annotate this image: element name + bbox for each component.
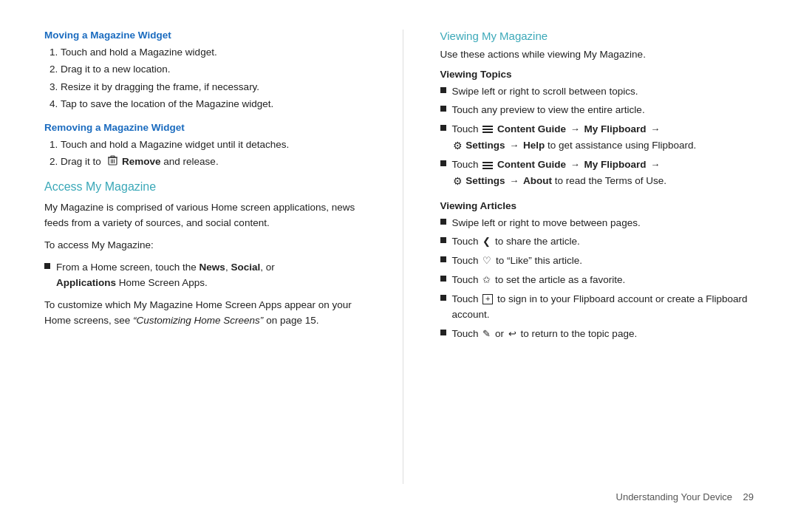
topic-bullet-3-text: Touch Content Guide → My Flipboard → ⚙ S…	[452, 121, 697, 154]
bullet-sq-2	[440, 106, 446, 112]
my-flipboard-2: My Flipboard	[584, 159, 647, 170]
heading-viewing-articles: Viewing Articles	[440, 200, 754, 211]
remove-label: Remove	[122, 156, 161, 167]
article-bullet-4-text: Touch ✩ to set the article as a favorite…	[452, 272, 626, 288]
topic-bullet-2: Touch any preview to view the entire art…	[440, 102, 754, 118]
col-right: Viewing My Magazine Use these actions wh…	[433, 30, 754, 484]
applications-label: Applications	[56, 277, 116, 288]
bullet-sq-4	[440, 160, 446, 166]
section-viewing-articles: Viewing Articles Swipe left or right to …	[440, 200, 754, 342]
heading-access-magazine: Access My Magazine	[44, 180, 358, 194]
topic-bullet-4-text: Touch Content Guide → My Flipboard → ⚙ S…	[452, 157, 667, 189]
para-customize: To customize which My Magazine Home Scre…	[44, 297, 358, 329]
arrow-1: →	[570, 123, 580, 134]
pencil-icon: ✎	[482, 327, 491, 342]
page: Moving a Magazine Widget Touch and hold …	[0, 0, 798, 532]
article-bullet-1-text: Swipe left or right to move between page…	[452, 215, 641, 231]
bullet-square-icon	[44, 263, 50, 269]
col-left: Moving a Magazine Widget Touch and hold …	[44, 30, 373, 484]
bullet-sq-a2	[440, 237, 446, 243]
article-bullet-1: Swipe left or right to move between page…	[440, 215, 754, 231]
arrow-5: →	[650, 159, 660, 170]
section-moving-widget: Moving a Magazine Widget Touch and hold …	[44, 30, 358, 112]
section-removing-widget: Removing a Magazine Widget Touch and hol…	[44, 122, 358, 170]
content-guide-2: Content Guide	[497, 159, 566, 170]
settings-1: Settings	[466, 140, 505, 151]
article-bullet-3: Touch ♡ to “Like” this article.	[440, 253, 754, 269]
step-1: Touch and hold a Magazine widget.	[61, 45, 358, 60]
arrow-3: →	[509, 140, 519, 151]
access-bullets: From a Home screen, touch the News, Soci…	[44, 259, 358, 291]
social-label: Social	[231, 262, 260, 273]
content-guide-1: Content Guide	[497, 123, 566, 134]
remove-step-1: Touch and hold a Magazine widget until i…	[61, 137, 358, 152]
share-icon: ❮	[482, 234, 491, 250]
para-magazine-desc: My Magazine is comprised of various Home…	[44, 200, 358, 231]
star-icon: ✩	[482, 273, 491, 288]
article-bullet-2: Touch ❮ to share the article.	[440, 233, 754, 250]
plus-box-icon: +	[482, 294, 493, 304]
topic-bullet-4: Touch Content Guide → My Flipboard → ⚙ S…	[440, 157, 754, 189]
heart-icon: ♡	[482, 253, 491, 269]
bullet-access-prefix: From a Home screen, touch the	[56, 262, 200, 273]
footer-page: 29	[743, 491, 754, 502]
topic-bullet-3: Touch Content Guide → My Flipboard → ⚙ S…	[440, 121, 754, 154]
steps-moving-widget: Touch and hold a Magazine widget. Drag i…	[61, 45, 358, 112]
my-flipboard-1: My Flipboard	[584, 123, 647, 134]
bullet-sq-a3	[440, 256, 446, 262]
settings-2: Settings	[466, 175, 505, 186]
help-label: Help	[523, 140, 545, 151]
sep2: , or	[260, 262, 275, 273]
heading-viewing-topics: Viewing Topics	[440, 69, 754, 80]
bullet-sq-1	[440, 87, 446, 93]
bullet-access-1-text: From a Home screen, touch the News, Soci…	[56, 259, 275, 291]
article-bullet-2-text: Touch ❮ to share the article.	[452, 233, 580, 250]
viewing-intro: Use these actions while viewing My Magaz…	[440, 47, 754, 63]
suffix1: Home Screen Apps.	[116, 277, 208, 288]
heading-moving-widget: Moving a Magazine Widget	[44, 30, 358, 41]
back-icon: ↩	[508, 327, 516, 342]
gear-icon-1: ⚙	[453, 137, 463, 154]
trash-icon	[108, 155, 117, 170]
remove-step-2: Drag it to Remove and release	[61, 154, 358, 170]
footer-text: Understanding Your Device	[616, 491, 733, 502]
column-divider	[403, 30, 403, 484]
columns: Moving a Magazine Widget Touch and hold …	[44, 30, 754, 484]
arrow-6: →	[509, 175, 519, 186]
svg-rect-2	[111, 156, 115, 157]
bullet-sq-a5	[440, 295, 446, 301]
bullet-sq-3	[440, 125, 446, 131]
news-label: News	[200, 262, 225, 273]
step-3: Resize it by dragging the frame, if nece…	[61, 80, 358, 95]
heading-viewing-magazine: Viewing My Magazine	[440, 30, 754, 42]
article-bullet-5: Touch + to sign in to your Flipboard acc…	[440, 291, 754, 323]
menu-lines-icon-2	[482, 162, 493, 169]
gear-icon-2: ⚙	[453, 173, 463, 189]
bullet-sq-a4	[440, 276, 446, 282]
bullet-access-1: From a Home screen, touch the News, Soci…	[44, 259, 358, 291]
footer: Understanding Your Device 29	[44, 484, 754, 502]
article-bullet-4: Touch ✩ to set the article as a favorite…	[440, 272, 754, 288]
para-to-access: To access My Magazine:	[44, 237, 358, 253]
topic-bullet-2-text: Touch any preview to view the entire art…	[452, 102, 645, 118]
bullet-sq-a1	[440, 219, 446, 225]
topic-bullet-1: Swipe left or right to scroll between to…	[440, 83, 754, 100]
section-access-magazine: Access My Magazine My Magazine is compri…	[44, 180, 358, 329]
section-viewing-topics: Viewing Topics Swipe left or right to sc…	[440, 69, 754, 190]
article-bullet-6: Touch ✎ or ↩ to return to the topic page…	[440, 326, 754, 342]
about-label: About	[523, 175, 552, 186]
steps-removing-widget: Touch and hold a Magazine widget until i…	[61, 137, 358, 170]
menu-lines-icon-1	[482, 126, 493, 133]
topic-bullet-1-text: Swipe left or right to scroll between to…	[452, 83, 638, 100]
customize-italic: “Customizing Home Screens”	[133, 315, 263, 326]
article-bullet-6-text: Touch ✎ or ↩ to return to the topic page…	[452, 326, 638, 342]
article-bullet-3-text: Touch ♡ to “Like” this article.	[452, 253, 583, 269]
article-bullet-5-text: Touch + to sign in to your Flipboard acc…	[452, 291, 754, 323]
articles-bullets: Swipe left or right to move between page…	[440, 215, 754, 342]
bullet-sq-a6	[440, 330, 446, 335]
arrow-2: →	[650, 123, 660, 134]
topics-bullets: Swipe left or right to scroll between to…	[440, 83, 754, 190]
customize-suffix: on page 15.	[263, 315, 318, 326]
step-4: Tap to save the location of the Magazine…	[61, 97, 358, 112]
arrow-4: →	[570, 159, 580, 170]
